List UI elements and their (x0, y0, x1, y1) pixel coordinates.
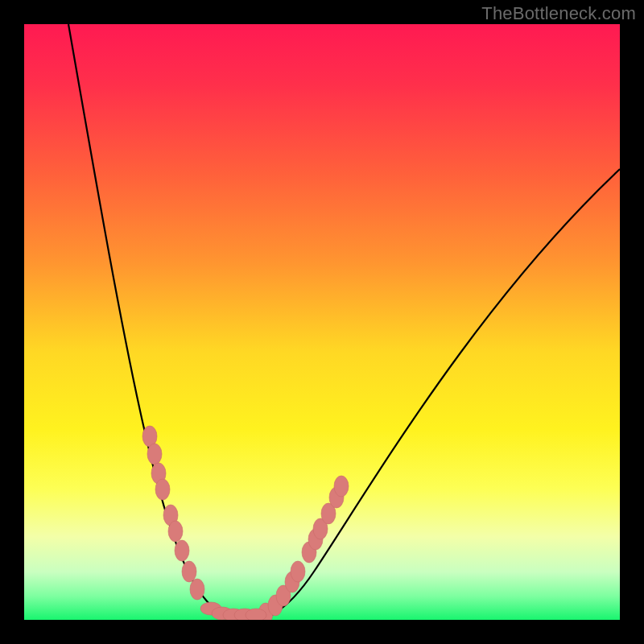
plot-area (24, 24, 620, 620)
data-marker (175, 540, 189, 561)
watermark-text: TheBottleneck.com (481, 3, 636, 24)
markers-right (258, 476, 349, 620)
data-marker (291, 561, 305, 582)
data-marker (147, 444, 162, 464)
data-marker (246, 609, 266, 620)
data-marker (168, 521, 183, 542)
data-marker (334, 476, 349, 497)
data-marker (182, 561, 196, 582)
chart-overlay (24, 24, 620, 620)
data-marker (155, 479, 170, 500)
bottleneck-curve (68, 24, 620, 620)
outer-frame: TheBottleneck.com (0, 0, 644, 644)
markers-bottom (200, 602, 266, 620)
markers-left (142, 426, 204, 600)
data-marker (190, 579, 204, 600)
